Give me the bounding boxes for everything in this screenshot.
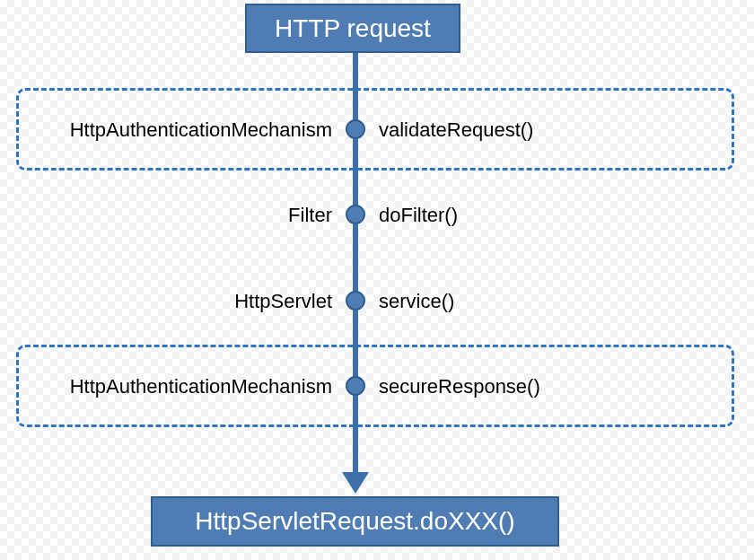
step-component: HttpAuthenticationMechanism — [36, 118, 332, 142]
servlet-request-label: HttpServletRequest.doXXX() — [195, 507, 514, 536]
flow-arrow-head-icon — [342, 472, 369, 494]
step-method: validateRequest() — [379, 118, 720, 142]
step-dot-icon — [346, 376, 365, 396]
step-dot-icon — [346, 205, 365, 224]
step-dot-icon — [346, 119, 365, 139]
step-component: Filter — [36, 204, 332, 227]
step-method: doFilter() — [379, 204, 720, 227]
http-request-label: HTTP request — [275, 14, 431, 43]
step-component: HttpServlet — [36, 290, 332, 313]
step-method: secureResponse() — [379, 375, 720, 398]
http-request-box: HTTP request — [245, 4, 460, 53]
servlet-request-box: HttpServletRequest.doXXX() — [151, 496, 559, 547]
step-dot-icon — [346, 291, 365, 311]
step-method: service() — [379, 290, 720, 313]
step-component: HttpAuthenticationMechanism — [36, 375, 332, 398]
